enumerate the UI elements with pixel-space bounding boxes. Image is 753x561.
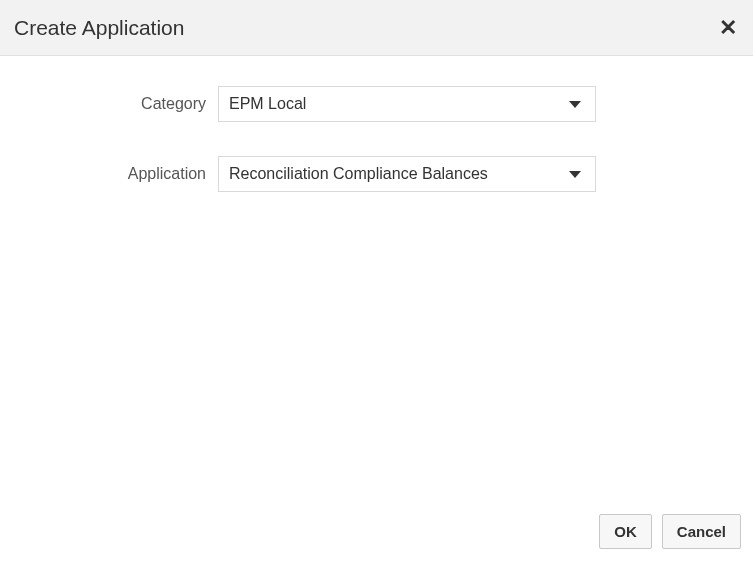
category-value: EPM Local [229,95,306,113]
cancel-button[interactable]: Cancel [662,514,741,549]
category-select[interactable]: EPM Local [218,86,596,122]
dialog-title: Create Application [14,16,184,40]
dialog-header: Create Application ✕ [0,0,753,56]
application-select[interactable]: Reconciliation Compliance Balances [218,156,596,192]
form-area: Category EPM Local Application Reconcili… [0,56,753,192]
ok-button[interactable]: OK [599,514,652,549]
close-icon[interactable]: ✕ [719,17,737,39]
category-row: Category EPM Local [0,86,753,122]
application-value: Reconciliation Compliance Balances [229,165,488,183]
application-row: Application Reconciliation Compliance Ba… [0,156,753,192]
dialog-footer: OK Cancel [599,514,741,549]
chevron-down-icon [569,171,581,178]
category-label: Category [0,95,218,113]
chevron-down-icon [569,101,581,108]
application-label: Application [0,165,218,183]
